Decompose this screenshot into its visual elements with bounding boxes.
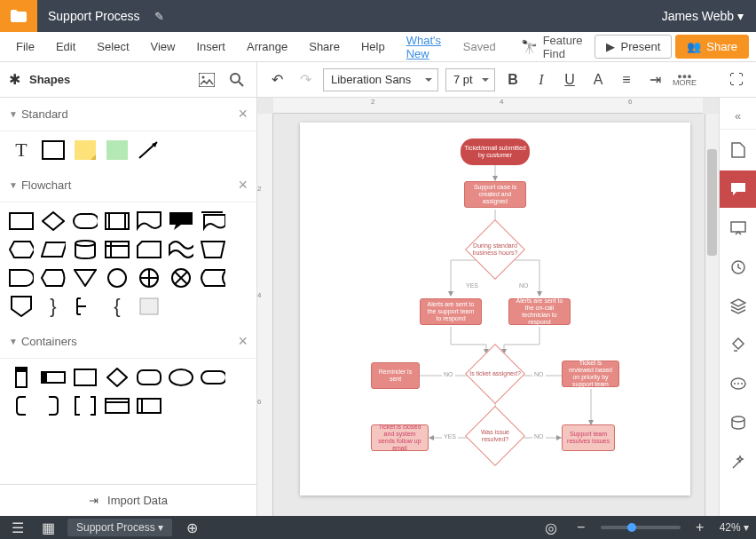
fullscreen-icon[interactable]: ⛶ xyxy=(726,69,747,91)
import-data-button[interactable]: ⇥ Import Data xyxy=(0,484,256,516)
shape-brace-right[interactable]: } xyxy=(41,297,66,316)
font-size-select[interactable]: 7 pt xyxy=(445,68,495,91)
menu-arrange[interactable]: Arrange xyxy=(238,36,296,57)
close-icon[interactable]: × xyxy=(238,176,248,194)
shape-rect[interactable] xyxy=(41,140,66,160)
text-color-icon[interactable]: A xyxy=(587,69,609,91)
menu-help[interactable]: Help xyxy=(352,36,394,57)
shape-hexagon[interactable] xyxy=(9,240,34,259)
shape-storage[interactable] xyxy=(201,268,225,288)
shape-offpage[interactable] xyxy=(9,297,34,316)
shape-display[interactable] xyxy=(41,268,66,288)
node-resolved[interactable]: Was issue resolved? xyxy=(464,414,526,458)
zoom-slider[interactable] xyxy=(601,526,681,529)
section-flowchart[interactable]: ▼ Flowchart × xyxy=(0,169,256,202)
shape-database[interactable] xyxy=(73,240,98,259)
rename-icon[interactable]: ✎ xyxy=(154,10,164,23)
shape-note-yellow[interactable] xyxy=(73,140,98,160)
shape-container-pill[interactable] xyxy=(201,368,225,387)
shape-tape[interactable] xyxy=(169,240,193,259)
shape-predefined[interactable] xyxy=(105,211,130,231)
menu-insert[interactable]: Insert xyxy=(187,36,234,57)
shape-brackets[interactable] xyxy=(73,396,98,416)
more-button[interactable]: ●●●MORE xyxy=(673,74,697,86)
shape-swimlane-v[interactable] xyxy=(9,368,34,387)
shape-callout[interactable] xyxy=(169,211,193,231)
bold-icon[interactable]: B xyxy=(502,69,524,91)
zoom-value[interactable]: 42% ▾ xyxy=(720,521,749,534)
scroll-thumb[interactable] xyxy=(707,149,717,256)
shape-arrow[interactable] xyxy=(137,140,161,160)
shape-toplabel[interactable] xyxy=(105,396,130,416)
comment-icon[interactable] xyxy=(720,170,757,208)
data-icon[interactable] xyxy=(720,405,757,442)
shape-multidoc[interactable] xyxy=(201,211,225,231)
node-hours[interactable]: During standard business hours? xyxy=(464,227,526,272)
shape-document[interactable] xyxy=(137,211,161,231)
shape-container-rect[interactable] xyxy=(73,368,98,387)
folder-button[interactable] xyxy=(0,0,37,32)
shape-text[interactable]: T xyxy=(9,140,34,160)
node-start[interactable]: Ticket/email submitted by customer xyxy=(461,139,530,165)
shape-internal[interactable] xyxy=(105,240,130,259)
section-containers[interactable]: ▼ Containers × xyxy=(0,325,256,359)
menu-share[interactable]: Share xyxy=(300,36,349,57)
zoom-fit-icon[interactable]: ◎ xyxy=(540,517,562,538)
scrollbar-vertical[interactable] xyxy=(705,114,719,516)
node-assigned[interactable]: Is ticket assigned? xyxy=(464,352,526,396)
redo-icon[interactable]: ↷ xyxy=(295,69,316,91)
search-icon[interactable] xyxy=(226,69,248,91)
node-create[interactable]: Support case is created and assigned xyxy=(464,181,526,208)
share-button[interactable]: 👥 Share xyxy=(675,35,749,59)
paint-icon[interactable] xyxy=(720,327,757,364)
history-icon[interactable] xyxy=(720,249,757,286)
present-button[interactable]: ▶ Present xyxy=(595,35,672,59)
menu-whats-new[interactable]: What's New xyxy=(398,30,451,64)
shape-or[interactable] xyxy=(169,268,193,288)
shape-parallelogram[interactable] xyxy=(41,240,66,259)
shape-note-right[interactable] xyxy=(73,297,98,316)
shape-manual[interactable] xyxy=(201,240,225,259)
shape-bracket-r[interactable] xyxy=(41,396,66,416)
indent-icon[interactable]: ⇥ xyxy=(644,69,665,91)
image-icon[interactable] xyxy=(196,69,217,91)
zoom-out-icon[interactable]: − xyxy=(571,517,592,538)
align-icon[interactable]: ≡ xyxy=(616,69,637,91)
shape-leftlabel[interactable] xyxy=(137,396,161,416)
shape-note-green[interactable] xyxy=(105,140,130,160)
shape-delay[interactable] xyxy=(9,268,34,288)
collapse-dock-button[interactable]: « xyxy=(720,103,756,130)
close-icon[interactable]: × xyxy=(238,332,248,351)
shape-card[interactable] xyxy=(137,240,161,259)
menu-select[interactable]: Select xyxy=(88,36,138,57)
shape-terminator[interactable] xyxy=(73,211,98,231)
menu-edit[interactable]: Edit xyxy=(47,36,84,57)
shapes-settings-icon[interactable]: ✱ xyxy=(9,71,20,88)
shape-triangle[interactable] xyxy=(73,268,98,288)
document-title[interactable]: Support Process xyxy=(37,9,151,23)
menu-view[interactable]: View xyxy=(142,36,185,57)
node-reminder[interactable]: Reminder is sent xyxy=(371,362,420,389)
add-page-icon[interactable]: ⊕ xyxy=(181,517,202,538)
shape-swatch[interactable] xyxy=(137,297,161,316)
shape-brace-left[interactable]: { xyxy=(105,297,130,316)
font-select[interactable]: Liberation Sans xyxy=(323,68,438,91)
zoom-in-icon[interactable]: + xyxy=(689,517,711,538)
chat-icon[interactable] xyxy=(720,366,757,403)
node-close[interactable]: Ticket is closed and system sends follow… xyxy=(371,424,429,451)
node-review[interactable]: Ticket is reviewed based on priority by … xyxy=(562,361,619,387)
layers-icon[interactable] xyxy=(720,288,757,325)
user-menu[interactable]: James Webb ▾ xyxy=(650,9,756,23)
node-team-resolve[interactable]: Support team resolves issues xyxy=(562,424,615,451)
magic-icon[interactable] xyxy=(720,444,757,481)
feature-find[interactable]: 🔭 Feature Find xyxy=(512,34,592,60)
node-alert-team[interactable]: Alerts are sent to the support team to r… xyxy=(420,298,482,325)
zoom-thumb[interactable] xyxy=(627,523,636,532)
page-icon[interactable] xyxy=(720,131,757,169)
diagram-page[interactable]: Ticket/email submitted by customer Suppo… xyxy=(300,123,690,495)
shape-swimlane-h[interactable] xyxy=(41,368,66,387)
underline-icon[interactable]: U xyxy=(559,69,580,91)
section-standard[interactable]: ▼ Standard × xyxy=(0,98,256,131)
shape-connector[interactable] xyxy=(105,268,130,288)
grid-view-icon[interactable]: ▦ xyxy=(37,517,59,538)
